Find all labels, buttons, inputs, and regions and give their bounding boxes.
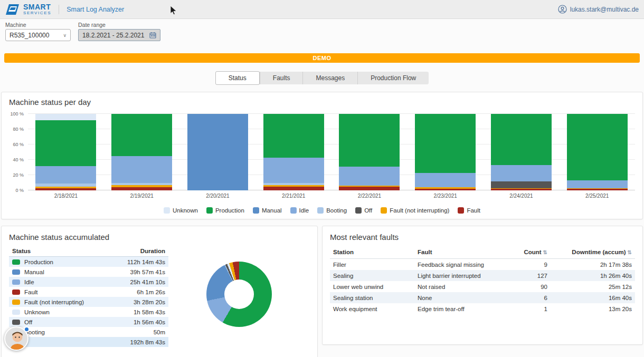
tab-faults[interactable]: Faults [260,72,303,84]
count-cell: 9 [503,259,551,271]
status-cell: Off [9,317,111,327]
y-tick-label: 0 % [15,188,24,193]
smart-services-logo: SMART SERVICES [5,3,51,15]
table-row-total: Total192h 8m 43s [9,337,168,347]
tab-messages[interactable]: Messages [302,72,357,84]
tab-status[interactable]: Status [215,71,260,85]
app-title: Smart Log Analyzer [67,6,124,13]
fault-row-sealing-station: Sealing stationNone616m 40s [330,292,635,303]
status-cell: Production [9,257,111,267]
legend-item-idle[interactable]: Idle [290,207,309,214]
bar-segment-unknown [35,114,96,120]
faults-col-downtime[interactable]: Downtime (accum)⇅ [551,246,635,259]
fault-row-filler: FillerFeedback signal missing92h 17m 38s [330,259,635,271]
duration-cell: 50m [111,327,168,337]
count-cell: 90 [503,281,551,292]
legend-item-manual[interactable]: Manual [253,207,282,214]
table-row-manual: Manual39h 57m 41s [9,267,168,277]
bar-column-2-24-2021 [484,114,560,190]
fault-swatch-icon [12,290,20,295]
duration-cell: 1h 56m 40s [111,317,168,327]
tab-production-flow[interactable]: Production Flow [357,72,429,84]
production-swatch-icon [206,207,213,214]
machine-filter: Machine R535_100000 ∨ [5,22,71,41]
total-duration-cell: 192h 8m 43s [111,337,168,347]
bar-column-2-20-2021 [180,114,256,190]
legend-label: Production [215,207,244,214]
status-per-day-title: Machine status per day [9,98,635,107]
donut-wrap [168,262,310,327]
topbar-divider [59,5,59,14]
top-bar: SMART SERVICES Smart Log Analyzer lukas.… [0,0,644,19]
y-tick-label: 40 % [13,157,24,162]
date-range-value: 18.2.2021 - 25.2.2021 [82,32,144,39]
downtime-cell: 2h 17m 38s [551,259,635,271]
chart-x-axis: 2/18/20212/19/20212/20/20212/21/20212/22… [28,193,635,199]
bar-segment-idle [263,158,324,183]
user-icon [558,5,567,14]
bar-column-2-18-2021 [28,114,104,190]
status-cell: Fault (not interrupting) [9,297,111,307]
table-row-production: Production112h 14m 43s [9,257,168,267]
bar-segment-fault [415,189,476,190]
bar-segment-production [415,114,476,173]
fault-cell: Not raised [414,281,503,292]
most-relevant-faults-title: Most relevant faults [330,233,635,242]
user-menu[interactable]: lukas.stark@multivac.de [558,5,639,14]
count-cell: 6 [503,292,551,303]
table-row-unknown: Unknown1h 58m 43s [9,307,168,317]
machine-select[interactable]: R535_100000 ∨ [5,29,71,41]
bar-segment-fault [339,187,400,190]
tabs-row: StatusFaultsMessagesProduction Flow [0,72,644,84]
chat-status-dot [24,326,30,332]
downtime-cell: 1h 26m 40s [551,270,635,281]
fault-row-lower-web-unwind: Lower web unwindNot raised9025m 12s [330,281,635,292]
bar-segment-idle [111,156,172,183]
legend-item-booting[interactable]: Booting [317,207,347,214]
bar-segment-production [111,114,172,156]
duration-cell: 1h 58m 43s [111,307,168,317]
filter-bar: Machine R535_100000 ∨ Date range 18.2.20… [0,19,644,45]
machine-label: Machine [5,22,71,28]
off-swatch-icon [12,320,20,325]
chart-legend: UnknownProductionManualIdleBootingOffFau… [9,207,635,214]
fault-cell: None [414,292,503,303]
x-tick-label: 2/22/2021 [332,193,408,199]
status-donut-chart [206,262,272,327]
off-swatch-icon [355,207,362,214]
accum-col-status: Status [9,246,111,257]
logo-smart-label: SMART [23,3,51,11]
status-per-day-card: Machine status per day 0 %20 %40 %60 %80… [1,92,643,219]
bar-segment-production [35,120,96,166]
status-accumulated-body: Status Duration Production112h 14m 43sMa… [9,242,310,347]
legend-item-production[interactable]: Production [206,207,244,214]
faults-col-count[interactable]: Count⇅ [503,246,551,259]
status-accumulated-title: Machine status accumulated [9,233,310,242]
fault-not-interrupting-swatch-icon [12,300,20,305]
date-range-filter: Date range 18.2.2021 - 25.2.2021 [78,22,160,41]
bar-segment-idle [415,173,476,188]
chat-assistant-widget[interactable] [4,326,30,352]
date-range-input[interactable]: 18.2.2021 - 25.2.2021 [78,29,160,41]
legend-item-unknown[interactable]: Unknown [164,207,198,214]
count-cell: 1 [503,303,551,314]
bar-segment-off [491,181,552,188]
manual-swatch-icon [253,207,259,214]
station-cell: Sealing [330,270,414,281]
stacked-bar [263,114,324,190]
legend-label: Off [364,207,372,214]
unknown-swatch-icon [164,207,170,214]
y-tick-label: 80 % [13,127,24,132]
y-tick-label: 20 % [13,172,24,178]
legend-item-fault[interactable]: Fault [458,207,480,214]
stacked-bar [415,114,476,190]
legend-label: Manual [262,207,282,214]
bar-segment-idle [567,180,628,188]
legend-item-fault-not-interrupting[interactable]: Fault (not interrupting) [381,207,449,214]
legend-item-off[interactable]: Off [355,207,372,214]
logo-mark-icon [5,3,20,15]
legend-label: Fault (not interrupting) [390,207,449,214]
stacked-bar [491,114,552,190]
stacked-bar [111,114,172,190]
x-tick-label: 2/25/2021 [559,193,635,199]
